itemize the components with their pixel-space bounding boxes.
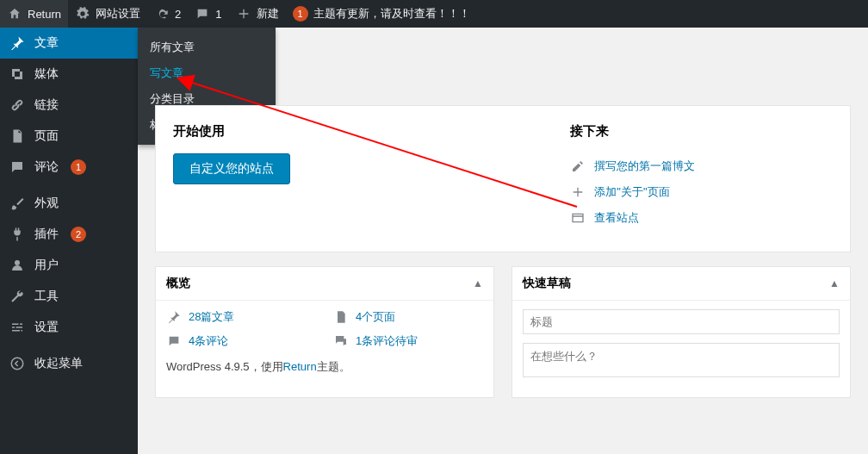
site-settings-label: 网站设置 (96, 6, 140, 22)
sidebar-item-tools[interactable]: 工具 (0, 281, 138, 312)
notice-text: 主题有更新，请及时查看！！！ (313, 6, 470, 22)
sidebar-label: 用户 (34, 258, 59, 273)
sidebar-item-comments[interactable]: 评论 1 (0, 152, 138, 183)
stat-label: 1条评论待审 (356, 333, 418, 349)
toolbar-notice[interactable]: 1 主题有更新，请及时查看！！！ (286, 0, 477, 28)
sidebar-label: 文章 (34, 35, 59, 51)
notice-badge: 1 (293, 6, 308, 22)
toolbar-site-settings[interactable]: 网站设置 (68, 0, 147, 28)
customize-site-button[interactable]: 自定义您的站点 (173, 153, 290, 184)
comments-icon (333, 333, 349, 349)
overview-header: 概览 ▲ (156, 267, 493, 301)
sidebar-label: 工具 (34, 289, 59, 304)
next-item-label: 查看站点 (594, 210, 639, 226)
comment-icon (9, 159, 26, 176)
site-name: Return (28, 8, 61, 21)
sidebar-collapse[interactable]: 收起菜单 (0, 348, 138, 379)
wrench-icon (9, 288, 26, 305)
version-suffix: 主题。 (317, 360, 350, 373)
sidebar-item-posts[interactable]: 文章 (0, 28, 138, 59)
updates-count: 2 (175, 8, 181, 21)
next-add-page[interactable]: 添加"关于"页面 (570, 179, 833, 205)
stat-comments[interactable]: 4条评论 (166, 333, 316, 349)
welcome-panel: 开始使用 自定义您的站点 接下来 撰写您的第一篇博文 添加"关于"页面 查看站点 (155, 105, 851, 252)
next-view-site[interactable]: 查看站点 (570, 205, 833, 231)
home-icon (7, 6, 22, 22)
media-icon (9, 65, 26, 83)
stat-posts[interactable]: 28篇文章 (166, 309, 316, 325)
overview-body: 28篇文章 4个页面 4条评论 1条评论待审 (156, 301, 493, 383)
link-icon (9, 96, 26, 114)
welcome-start-col: 开始使用 自定义您的站点 (173, 123, 536, 231)
edit-icon (570, 159, 586, 174)
overview-heading: 概览 (166, 276, 190, 291)
next-item-label: 添加"关于"页面 (594, 184, 669, 200)
stat-label: 28篇文章 (189, 309, 234, 325)
theme-link[interactable]: Return (283, 360, 317, 373)
collapse-label: 收起菜单 (34, 356, 83, 371)
sidebar-label: 评论 (34, 159, 59, 175)
plus-icon (570, 184, 586, 200)
stat-pages[interactable]: 4个页面 (333, 309, 483, 325)
user-icon (9, 257, 26, 274)
comment-icon (195, 6, 210, 22)
admin-top-bar: Return 网站设置 2 1 新建 1 主题有更新，请及时查看！！！ (0, 0, 868, 28)
sidebar-label: 外观 (34, 196, 59, 211)
sidebar-label: 设置 (34, 320, 59, 335)
gear-icon (75, 6, 90, 22)
comments-count: 1 (215, 8, 221, 21)
dashboard-boxes: 概览 ▲ 28篇文章 4个页面 4条评论 (155, 266, 851, 398)
sidebar-label: 链接 (34, 97, 59, 113)
sidebar-label: 插件 (34, 227, 59, 242)
svg-point-0 (11, 358, 23, 370)
pin-icon (166, 309, 182, 325)
sidebar-label: 页面 (34, 128, 59, 144)
page-icon (9, 127, 26, 145)
plus-icon (236, 6, 251, 22)
comments-badge: 1 (71, 159, 86, 175)
pin-icon (9, 34, 26, 52)
page-icon (333, 309, 349, 325)
draft-content-input[interactable] (523, 343, 840, 377)
welcome-next-col: 接下来 撰写您的第一篇博文 添加"关于"页面 查看站点 (570, 123, 833, 231)
toolbar-updates[interactable]: 2 (147, 0, 188, 28)
start-heading: 开始使用 (173, 123, 536, 140)
comment-icon (166, 333, 182, 349)
sidebar-label: 媒体 (34, 66, 59, 82)
sidebar-item-links[interactable]: 链接 (0, 90, 138, 121)
draft-title-input[interactable] (523, 309, 840, 334)
collapse-toggle[interactable]: ▲ (473, 277, 483, 289)
sidebar-item-appearance[interactable]: 外观 (0, 188, 138, 219)
toolbar-comments[interactable]: 1 (188, 0, 228, 28)
quick-draft-box: 快速草稿 ▲ (512, 266, 851, 398)
next-heading: 接下来 (570, 123, 833, 140)
quick-draft-header: 快速草稿 ▲ (512, 267, 850, 301)
plugins-badge: 2 (71, 227, 86, 242)
stat-label: 4个页面 (356, 309, 395, 325)
toolbar-home[interactable]: Return (0, 0, 68, 28)
collapse-icon (9, 355, 26, 372)
main-content: 开始使用 自定义您的站点 接下来 撰写您的第一篇博文 添加"关于"页面 查看站点… (138, 28, 868, 454)
sidebar-item-pages[interactable]: 页面 (0, 121, 138, 152)
stat-label: 4条评论 (189, 333, 228, 349)
toolbar-new[interactable]: 新建 (229, 0, 286, 28)
next-item-label: 撰写您的第一篇博文 (594, 159, 695, 174)
sidebar-item-plugins[interactable]: 插件 2 (0, 219, 138, 250)
sliders-icon (9, 319, 26, 336)
plugin-icon (9, 226, 26, 243)
admin-sidebar: 文章 媒体 链接 页面 评论 1 外观 插件 2 用户 工具 设置 收起 (0, 28, 138, 454)
quick-draft-body (512, 301, 850, 397)
quick-draft-heading: 快速草稿 (523, 276, 571, 291)
next-write-post[interactable]: 撰写您的第一篇博文 (570, 153, 833, 179)
refresh-icon (154, 6, 170, 22)
new-label: 新建 (257, 6, 279, 22)
sidebar-item-settings[interactable]: 设置 (0, 312, 138, 343)
version-line: WordPress 4.9.5，使用Return主题。 (166, 359, 483, 375)
sidebar-item-media[interactable]: 媒体 (0, 59, 138, 90)
overview-box: 概览 ▲ 28篇文章 4个页面 4条评论 (155, 266, 494, 398)
sidebar-item-users[interactable]: 用户 (0, 250, 138, 281)
stat-pending[interactable]: 1条评论待审 (333, 333, 483, 349)
collapse-toggle[interactable]: ▲ (829, 277, 840, 289)
brush-icon (9, 195, 26, 212)
version-prefix: WordPress 4.9.5，使用 (166, 360, 283, 373)
